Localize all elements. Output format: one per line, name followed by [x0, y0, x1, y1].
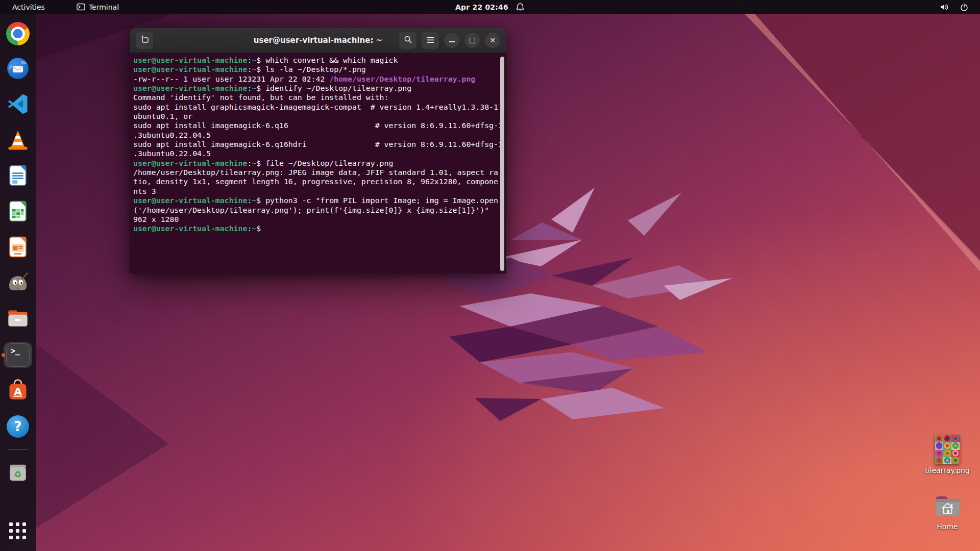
dock-item-vlc[interactable]: [4, 128, 32, 154]
tile-cell: [943, 442, 951, 449]
libreoffice-calc-icon: [6, 199, 30, 225]
bell-icon: [516, 3, 525, 11]
libreoffice-writer-icon: [6, 164, 30, 189]
terminal-output[interactable]: user@user-virtual-machine:~$ which conve…: [130, 53, 506, 273]
search-icon: [404, 35, 412, 46]
terminal-glyph-icon: [77, 3, 85, 11]
dock-item-calc[interactable]: [4, 199, 32, 225]
terminal-line: -rw-r--r-- 1 user user 123231 Apr 22 02:…: [133, 74, 506, 84]
dock: A ? ♻: [0, 14, 36, 551]
maximize-icon: [470, 38, 475, 43]
dock-item-terminal[interactable]: [4, 342, 32, 368]
close-icon: ✕: [489, 37, 496, 44]
chrome-icon: [6, 22, 30, 45]
dock-item-files[interactable]: [4, 307, 32, 332]
hamburger-menu-icon: [427, 36, 434, 45]
dock-item-trash[interactable]: ♻: [4, 460, 32, 486]
tile-cell: [935, 450, 943, 457]
terminal-line: nts 3: [133, 187, 506, 196]
dock-item-app-grid[interactable]: [4, 518, 32, 544]
top-bar-left: Activities Terminal: [0, 0, 124, 14]
dock-item-chrome[interactable]: [4, 21, 32, 46]
dock-item-writer[interactable]: [4, 164, 32, 189]
tile-cell: [943, 450, 951, 457]
terminal-line: user@user-virtual-machine:~$ which conve…: [133, 56, 506, 65]
app-grid-icon: [9, 522, 27, 540]
close-button[interactable]: ✕: [485, 33, 500, 48]
tile-cell: [951, 435, 960, 442]
terminal-line: 962 x 1280: [133, 215, 506, 224]
vlc-icon: [6, 128, 30, 154]
dock-item-gimp[interactable]: [4, 271, 32, 296]
tile-cell: [943, 457, 951, 464]
clock-label: Apr 22 02:46: [455, 3, 508, 11]
dock-item-thunderbird[interactable]: [4, 57, 32, 82]
menu-button[interactable]: [422, 32, 439, 49]
desktop-icon-label: tilearray.png: [922, 466, 973, 474]
trash-icon: ♻: [6, 460, 30, 486]
help-icon: ?: [7, 415, 29, 438]
app-menu-label: Terminal: [89, 3, 119, 11]
tile-cell: [951, 450, 960, 457]
clock-menu[interactable]: Apr 22 02:46: [449, 0, 531, 14]
dock-item-help[interactable]: ?: [4, 414, 32, 439]
terminal-line: Command 'identify' not found, but can be…: [133, 93, 506, 102]
app-menu-terminal[interactable]: Terminal: [71, 0, 124, 14]
dock-item-vscode[interactable]: [4, 92, 32, 118]
terminal-line: tio, density 1x1, segment length 16, pro…: [133, 177, 506, 186]
thunderbird-icon: [6, 57, 30, 82]
terminal-titlebar[interactable]: user@user-virtual-machine: ~: [130, 28, 506, 53]
terminal-line: sudo apt install imagemagick-6.q16hdri #…: [133, 140, 506, 149]
maximize-button[interactable]: [464, 33, 480, 48]
desktop-icon-label: Home: [922, 522, 973, 531]
tile-cell: [935, 435, 943, 442]
volume-icon: [940, 3, 949, 12]
minimize-button[interactable]: [444, 33, 459, 48]
libreoffice-impress-icon: [6, 235, 30, 261]
tile-cell: [951, 457, 960, 464]
dock-item-ubuntu-software[interactable]: A: [4, 378, 32, 404]
top-bar: Activities Terminal Apr 22 02:46: [0, 0, 980, 14]
terminal-line: sudo apt install graphicsmagick-imagemag…: [133, 103, 506, 112]
terminal-line: sudo apt install imagemagick-6.q16 # ver…: [133, 121, 506, 130]
svg-text:A: A: [14, 385, 22, 397]
tile-cell: [951, 442, 960, 449]
vscode-icon: [7, 93, 29, 117]
terminal-line: .3ubuntu0.22.04.5: [133, 131, 506, 140]
terminal-line: user@user-virtual-machine:~$ python3 -c …: [133, 196, 506, 205]
tile-cell: [943, 435, 951, 442]
activities-button[interactable]: Activities: [4, 0, 53, 14]
gimp-icon: [6, 271, 30, 296]
ubuntu-software-icon: A: [6, 378, 30, 404]
titlebar-buttons: ✕: [399, 32, 500, 49]
home-folder-icon: [933, 511, 962, 520]
tile-cell: [935, 442, 943, 449]
new-tab-icon: [140, 35, 149, 46]
search-button[interactable]: [399, 32, 416, 49]
tilearray-thumbnail: [935, 435, 960, 464]
system-menu[interactable]: [940, 0, 980, 14]
files-icon: [6, 307, 30, 332]
terminal-line: /home/user/Desktop/tilearray.png: JPEG i…: [133, 168, 506, 177]
terminal-line: user@user-virtual-machine:~$ ls -la ~/De…: [133, 65, 506, 74]
terminal-scrollbar[interactable]: [500, 57, 504, 271]
dock-separator: [8, 449, 28, 450]
terminal-line: user@user-virtual-machine:~$ file ~/Desk…: [133, 159, 506, 168]
terminal-line: .3ubuntu0.22.04.5: [133, 149, 506, 158]
svg-text:♻: ♻: [14, 469, 21, 480]
dock-item-impress[interactable]: [4, 235, 32, 261]
minimize-icon: [449, 41, 455, 42]
terminal-line: user@user-virtual-machine:~$: [133, 224, 506, 233]
desktop-icon-home[interactable]: Home: [922, 494, 973, 531]
power-icon: [960, 3, 969, 12]
desktop-icon-tilearray[interactable]: tilearray.png: [922, 435, 973, 474]
terminal-window: user@user-virtual-machine: ~: [130, 28, 506, 273]
terminal-icon: [6, 343, 30, 367]
terminal-line: ubuntu0.1, or: [133, 112, 506, 121]
terminal-line: user@user-virtual-machine:~$ identify ~/…: [133, 84, 506, 93]
new-tab-button[interactable]: [136, 32, 153, 49]
running-indicator-dot: [2, 354, 5, 357]
terminal-line: ('/home/user/Desktop/tilearray.png'); pr…: [133, 206, 506, 215]
tile-cell: [935, 457, 943, 464]
